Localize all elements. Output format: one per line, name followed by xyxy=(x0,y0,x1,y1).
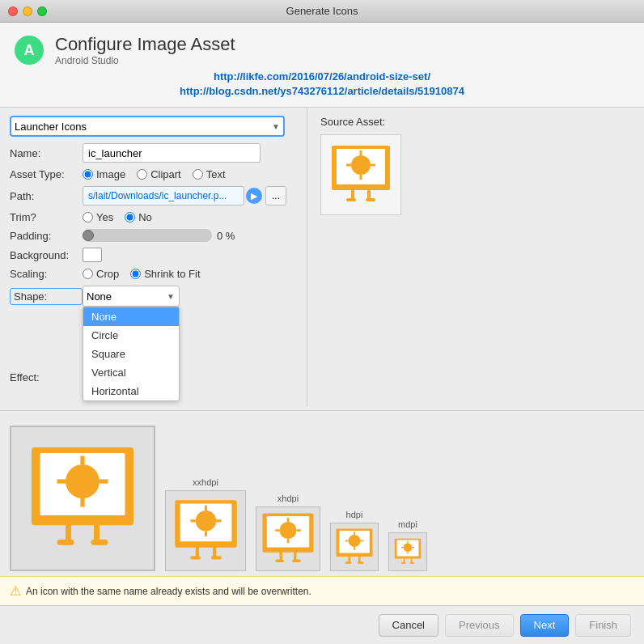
browse-button[interactable]: ... xyxy=(265,186,286,205)
source-asset-preview xyxy=(320,134,401,215)
link1[interactable]: http://likfe.com/2016/07/26/android-size… xyxy=(13,70,631,84)
svg-rect-22 xyxy=(57,540,74,545)
radio-text[interactable]: Text xyxy=(193,168,226,180)
radio-clipart[interactable]: Clipart xyxy=(137,168,181,180)
preview-box-xhdpi xyxy=(256,506,320,571)
radio-clipart-input[interactable] xyxy=(137,169,147,180)
radio-image[interactable]: Image xyxy=(83,168,125,180)
scaling-row: Scaling: Crop Shrink to Fit xyxy=(10,268,297,280)
svg-rect-54 xyxy=(358,556,361,562)
content-area: Launcher Icons Name: Asset Type: Image xyxy=(0,108,644,407)
svg-rect-56 xyxy=(358,561,364,564)
preview-xhdpi: xhdpi xyxy=(256,494,320,571)
padding-slider-container: 0 % xyxy=(83,229,241,242)
icon-type-select-wrapper[interactable]: Launcher Icons xyxy=(10,116,285,137)
link2[interactable]: http://blog.csdn.net/ys743276112/article… xyxy=(13,84,631,99)
radio-text-input[interactable] xyxy=(193,169,203,180)
maximize-button[interactable] xyxy=(37,6,47,16)
trim-radio-group: Yes No xyxy=(83,211,152,223)
finish-button[interactable]: Finish xyxy=(575,614,631,637)
effect-label: Effect: xyxy=(10,371,83,383)
radio-clipart-label: Clipart xyxy=(150,168,181,180)
radio-trim-yes-input[interactable] xyxy=(83,212,93,222)
padding-label: Padding: xyxy=(10,230,83,242)
radio-image-label: Image xyxy=(96,168,125,180)
svg-rect-33 xyxy=(190,556,201,559)
path-arrow-icon: ▶ xyxy=(246,188,262,204)
name-label: Name: xyxy=(10,147,83,159)
asset-type-row: Asset Type: Image Clipart Text xyxy=(10,168,297,180)
preview-mdpi-label: mdpi xyxy=(398,519,417,529)
title-bar: Generate Icons xyxy=(0,0,644,23)
cancel-button[interactable]: Cancel xyxy=(379,614,439,637)
asset-type-radio-group: Image Clipart Text xyxy=(83,168,226,180)
radio-crop[interactable]: Crop xyxy=(83,268,119,280)
preview-icon-xhdpi xyxy=(260,511,316,567)
svg-point-15 xyxy=(66,464,100,498)
radio-shrink-input[interactable] xyxy=(130,269,141,279)
dropdown-item-square[interactable]: Square xyxy=(83,345,179,363)
trim-label: Trim? xyxy=(10,211,83,223)
radio-trim-yes[interactable]: Yes xyxy=(83,211,113,223)
preview-xhdpi-label: xhdpi xyxy=(278,494,299,503)
minimize-button[interactable] xyxy=(23,6,32,16)
source-asset-icon xyxy=(328,142,393,207)
svg-rect-11 xyxy=(346,198,356,201)
svg-rect-55 xyxy=(345,561,352,564)
path-input[interactable] xyxy=(83,186,244,205)
shape-dropdown-wrapper: None Circle Square Vertical Horizontal N… xyxy=(83,286,180,307)
dropdown-item-horizontal[interactable]: Horizontal xyxy=(83,382,179,400)
shape-row: Shape: None Circle Square Vertical Horiz… xyxy=(10,286,297,307)
preview-icon-mdpi xyxy=(393,537,422,566)
svg-rect-43 xyxy=(294,552,297,561)
shape-select[interactable]: None Circle Square Vertical Horizontal xyxy=(83,286,180,307)
name-input[interactable] xyxy=(83,143,261,163)
padding-slider[interactable] xyxy=(83,229,212,242)
svg-rect-20 xyxy=(66,524,71,541)
radio-crop-label: Crop xyxy=(96,268,119,280)
warning-bar: ⚠ An icon with the same name already exi… xyxy=(0,576,644,605)
radio-trim-no-label: No xyxy=(138,211,152,223)
svg-rect-65 xyxy=(411,558,413,562)
svg-rect-64 xyxy=(404,558,405,562)
background-row: Background: xyxy=(10,248,297,262)
svg-rect-44 xyxy=(275,559,284,562)
warning-text: An icon with the same name already exist… xyxy=(26,586,311,597)
trim-row: Trim? Yes No xyxy=(10,211,297,223)
svg-rect-10 xyxy=(367,189,371,199)
background-color-swatch[interactable] xyxy=(83,248,102,262)
close-button[interactable] xyxy=(8,6,18,16)
preview-section: xxhdpi xyxy=(0,414,644,576)
icon-type-select[interactable]: Launcher Icons xyxy=(10,116,285,137)
preview-mdpi: mdpi xyxy=(388,519,427,571)
preview-icon-xxhdpi xyxy=(172,497,240,566)
previous-button[interactable]: Previous xyxy=(445,614,514,637)
dropdown-item-none[interactable]: None xyxy=(83,307,179,326)
window-title: Generate Icons xyxy=(286,5,358,17)
dropdown-item-circle[interactable]: Circle xyxy=(83,326,179,345)
radio-image-input[interactable] xyxy=(83,169,93,180)
radio-trim-no-input[interactable] xyxy=(125,212,135,222)
window-controls[interactable] xyxy=(8,6,47,16)
source-asset-label: Source Asset: xyxy=(320,116,631,128)
svg-rect-21 xyxy=(94,524,100,541)
page-title: Configure Image Asset xyxy=(55,34,235,55)
preview-icon-hdpi xyxy=(334,527,375,567)
next-button[interactable]: Next xyxy=(520,614,570,637)
svg-rect-32 xyxy=(213,546,216,557)
scaling-label: Scaling: xyxy=(10,268,83,280)
header-links: http://likfe.com/2016/07/26/android-size… xyxy=(13,70,631,99)
radio-shrink[interactable]: Shrink to Fit xyxy=(130,268,200,280)
preview-box-hdpi xyxy=(330,523,379,571)
svg-rect-34 xyxy=(210,556,221,559)
shape-select-container[interactable]: None Circle Square Vertical Horizontal xyxy=(83,286,180,307)
radio-text-label: Text xyxy=(206,168,226,180)
svg-rect-67 xyxy=(410,562,414,564)
radio-trim-no[interactable]: No xyxy=(125,211,152,223)
svg-rect-66 xyxy=(401,562,405,564)
name-row: Name: xyxy=(10,143,297,163)
radio-crop-input[interactable] xyxy=(83,269,93,279)
dropdown-item-vertical[interactable]: Vertical xyxy=(83,363,179,382)
svg-rect-9 xyxy=(351,189,354,199)
svg-rect-31 xyxy=(195,546,198,557)
